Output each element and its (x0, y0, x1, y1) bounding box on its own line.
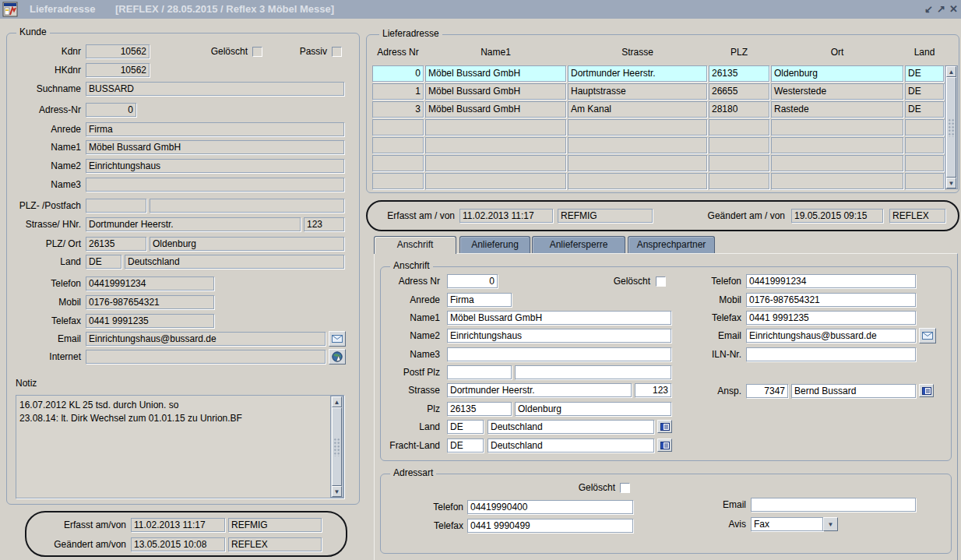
iln-field[interactable] (746, 347, 916, 361)
notiz-scroll-down-icon[interactable]: ▼ (332, 486, 342, 497)
table-cell[interactable]: 0 (372, 65, 424, 82)
anschrift-adressnr-field[interactable] (447, 274, 498, 288)
avis-dropdown-icon[interactable]: ▼ (823, 517, 838, 531)
table-scroll-down-icon[interactable]: ▼ (946, 178, 956, 188)
table-cell[interactable] (771, 137, 903, 153)
kunde-telefon-field[interactable] (86, 276, 214, 291)
kunde-geaendert-user-field[interactable] (228, 537, 322, 551)
kunde-plz-field[interactable] (86, 237, 146, 251)
land-lov-button[interactable] (657, 420, 672, 433)
table-cell[interactable]: Möbel Bussard GmbH (425, 83, 566, 100)
table-cell[interactable]: 26655 (709, 83, 769, 100)
table-cell[interactable]: Rastede (771, 101, 903, 118)
anschrift-name3-field[interactable] (447, 347, 671, 361)
kunde-land-code-field[interactable] (86, 255, 121, 269)
postf-plz1-field[interactable] (447, 365, 512, 379)
anschrift-send-email-button[interactable] (919, 328, 936, 343)
restore-icon[interactable]: ↗ (935, 2, 947, 16)
table-cell[interactable] (709, 119, 769, 136)
table-cell[interactable]: Dortmunder Heerstr. (568, 65, 707, 82)
ansp-name-field[interactable] (791, 384, 916, 398)
table-cell[interactable] (771, 173, 903, 189)
anschrift-name2-field[interactable] (447, 329, 671, 343)
tab-anliefersperre[interactable]: Anliefersperre (532, 236, 625, 253)
table-cell[interactable] (771, 119, 903, 136)
kunde-name1-field[interactable] (86, 140, 344, 154)
table-scroll-up-icon[interactable]: ▲ (946, 66, 956, 77)
send-email-button[interactable] (329, 331, 346, 347)
tab-ansprechpartner[interactable]: Ansprechpartner (628, 236, 715, 253)
table-cell[interactable] (709, 155, 769, 171)
notiz-scroll-up-icon[interactable]: ▲ (332, 396, 342, 407)
tab-anlieferung[interactable]: Anlieferung (459, 236, 530, 253)
kunde-mobil-field[interactable] (86, 295, 214, 309)
kunde-telefax-field[interactable] (86, 314, 214, 328)
table-cell[interactable] (425, 119, 566, 136)
table-cell[interactable] (709, 173, 769, 189)
notiz-scrollbar[interactable]: ▲ ▼ (330, 396, 343, 498)
table-cell[interactable]: Hauptstrasse (568, 83, 707, 100)
kunde-land-name-field[interactable] (125, 255, 344, 269)
anschrift-name1-field[interactable] (447, 311, 671, 325)
table-cell[interactable]: 1 (372, 83, 424, 100)
postf-plz2-field[interactable] (515, 365, 671, 379)
minimize-icon[interactable]: ↙ (923, 2, 935, 16)
kunde-strasse-field[interactable] (86, 217, 301, 231)
table-cell[interactable] (425, 173, 566, 189)
ansp-nr-field[interactable] (746, 384, 788, 398)
notiz-textarea[interactable]: 16.07.2012 KL 25 tsd. durch Union. so 23… (18, 397, 331, 498)
table-cell[interactable] (425, 137, 566, 153)
ansp-lov-button[interactable] (919, 384, 934, 397)
anschrift-strasse-field[interactable] (447, 383, 632, 397)
adressart-geloescht-checkbox[interactable] (620, 483, 630, 493)
table-cell[interactable] (905, 119, 944, 136)
table-cell[interactable]: DE (905, 65, 944, 82)
kunde-erfasst-date-field[interactable] (131, 518, 225, 532)
table-cell[interactable] (568, 173, 707, 189)
table-cell[interactable] (905, 155, 944, 171)
anschrift-mobil-field[interactable] (746, 293, 916, 307)
anschrift-land-code-field[interactable] (447, 420, 484, 434)
anschrift-anrede-field[interactable] (447, 293, 512, 307)
postfach-plz-field[interactable] (86, 199, 146, 213)
adresse-geaendert-user-field[interactable] (889, 209, 945, 223)
adressart-email-field[interactable] (751, 498, 916, 512)
postfach-field[interactable] (150, 199, 344, 213)
suchname-field[interactable] (86, 82, 344, 96)
adresse-erfasst-date-field[interactable] (459, 209, 553, 223)
kunde-name3-field[interactable] (86, 178, 344, 192)
anschrift-plz-field[interactable] (447, 402, 512, 416)
table-cell[interactable]: DE (905, 101, 944, 118)
table-cell[interactable]: 3 (372, 101, 424, 118)
table-cell[interactable] (568, 119, 707, 136)
anschrift-telefax-field[interactable] (746, 311, 916, 325)
tab-anschrift[interactable]: Anschrift (374, 236, 456, 254)
kunde-hnr-field[interactable] (304, 217, 344, 231)
adressart-telefax-field[interactable] (467, 519, 633, 533)
fracht-land-code-field[interactable] (447, 438, 484, 453)
table-cell[interactable] (709, 137, 769, 153)
table-scrollbar[interactable]: ▲ ▼ (945, 65, 958, 189)
table-cell[interactable]: 26135 (709, 65, 769, 82)
table-cell[interactable] (568, 137, 707, 153)
table-cell[interactable]: Oldenburg (771, 65, 903, 82)
table-cell[interactable] (425, 155, 566, 171)
fracht-land-name-field[interactable] (488, 438, 654, 453)
hkdnr-field[interactable] (86, 63, 150, 77)
adresse-geaendert-date-field[interactable] (791, 209, 883, 223)
fracht-land-lov-button[interactable] (657, 438, 672, 452)
kunde-ort-field[interactable] (150, 237, 344, 251)
kunde-passiv-checkbox[interactable] (332, 47, 342, 57)
kunde-geaendert-date-field[interactable] (131, 537, 225, 551)
close-icon[interactable]: ✕ (948, 2, 959, 16)
kunde-email-field[interactable] (86, 332, 326, 346)
table-cell[interactable] (372, 155, 424, 171)
table-cell[interactable] (372, 137, 424, 153)
internet-field[interactable] (86, 350, 326, 364)
table-cell[interactable] (771, 155, 903, 171)
table-cell[interactable] (568, 155, 707, 171)
anschrift-telefon-field[interactable] (746, 274, 916, 288)
table-cell[interactable] (905, 137, 944, 153)
table-cell[interactable]: DE (905, 83, 944, 100)
table-cell[interactable] (905, 173, 944, 189)
